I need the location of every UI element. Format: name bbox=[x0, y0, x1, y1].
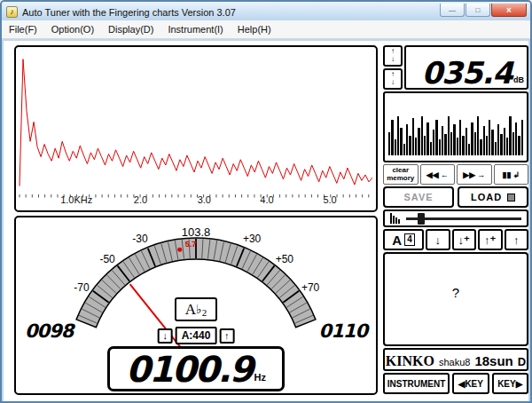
db-display: 035.4 dB bbox=[404, 45, 528, 90]
menu-help[interactable]: Help(H) bbox=[231, 21, 278, 37]
key-up-button[interactable]: KEY▶ bbox=[492, 373, 528, 394]
save-load-row: SAVE LOAD bbox=[383, 186, 528, 208]
load-label: LOAD bbox=[471, 192, 502, 202]
level-bar bbox=[474, 132, 476, 155]
svg-text:+50: +50 bbox=[276, 253, 294, 265]
level-bar bbox=[388, 132, 390, 155]
spectrum-axis-label: 2.0 bbox=[134, 194, 147, 205]
instrument-button[interactable]: INSTRUMENT bbox=[383, 373, 450, 394]
level-bar bbox=[433, 130, 434, 155]
level-bar bbox=[415, 138, 417, 155]
level-bar bbox=[515, 122, 517, 155]
level-bar bbox=[471, 122, 473, 155]
spectrum-axis-label: 1.0KHz bbox=[60, 194, 92, 205]
transport-controls: clear memory ◀◀ ← ▶▶ → ▮▮ ↲ bbox=[383, 164, 528, 185]
db-section: ↑ ↓ ↑ ↓ 035.4 dB bbox=[383, 45, 528, 90]
level-bar bbox=[486, 136, 488, 155]
level-bar bbox=[506, 138, 508, 155]
spectrum-panel: 1.0KHz 2.0 3.0 4.0 5.0 bbox=[14, 45, 378, 212]
peak-marker-label: 5.7 bbox=[185, 240, 197, 249]
menu-file[interactable]: File(F) bbox=[2, 21, 44, 37]
clear-memory-button[interactable]: clear memory bbox=[383, 164, 419, 185]
db-spinner-top[interactable]: ↑ ↓ bbox=[383, 45, 403, 67]
range-high-value: 0110 bbox=[319, 320, 367, 342]
key-down-button[interactable]: ◀KEY bbox=[452, 373, 489, 394]
save-button[interactable]: SAVE bbox=[383, 186, 454, 208]
note-select-button[interactable]: A 4 bbox=[383, 229, 424, 250]
slider-thumb[interactable] bbox=[418, 213, 425, 225]
clear-memory-label-2: memory bbox=[387, 175, 414, 182]
level-bar bbox=[512, 132, 514, 155]
svg-text:+30: +30 bbox=[243, 233, 262, 245]
load-button[interactable]: LOAD bbox=[458, 186, 528, 208]
level-bar bbox=[521, 120, 523, 155]
level-bar bbox=[435, 120, 437, 155]
instrument-info-row: KINKO shaku8 18sun D bbox=[383, 348, 528, 371]
level-bar bbox=[418, 128, 419, 155]
peak-marker-dot bbox=[177, 248, 182, 252]
left-arrow-icon: ← bbox=[441, 170, 449, 179]
level-bar bbox=[430, 142, 432, 155]
level-bar bbox=[518, 136, 520, 155]
target-frequency-label: 103.8 bbox=[182, 225, 211, 239]
level-bar bbox=[403, 144, 405, 155]
db-unit: dB bbox=[513, 75, 524, 84]
menu-option[interactable]: Option(O) bbox=[44, 21, 101, 37]
bottom-buttons-row: INSTRUMENT ◀KEY KEY▶ bbox=[383, 373, 528, 394]
slider-track[interactable] bbox=[406, 217, 521, 220]
flat-sign: ♭ bbox=[196, 302, 202, 317]
level-bars bbox=[388, 115, 523, 155]
instrument-key: D bbox=[518, 355, 526, 368]
level-bar bbox=[450, 132, 452, 155]
minimize-button[interactable]: — bbox=[440, 4, 465, 17]
level-bar bbox=[504, 128, 505, 155]
db-spinner-bottom[interactable]: ↑ ↓ bbox=[383, 68, 403, 90]
note-up-semitone-button[interactable]: ↑⁺ bbox=[478, 229, 503, 250]
note-letter: A bbox=[185, 301, 196, 319]
rewind-icon: ◀◀ bbox=[426, 170, 439, 179]
level-bar bbox=[448, 116, 450, 155]
close-button[interactable]: × bbox=[491, 4, 527, 17]
down-arrow-icon: ↓ bbox=[391, 79, 395, 87]
level-bar bbox=[453, 124, 455, 155]
forward-button[interactable]: ▶▶ → bbox=[457, 164, 492, 185]
svg-text:-30: -30 bbox=[132, 233, 148, 245]
level-bar bbox=[412, 118, 414, 155]
menu-instrument[interactable]: Instrument(I) bbox=[160, 21, 230, 37]
menu-display[interactable]: Display(D) bbox=[101, 21, 160, 37]
down-arrow-icon: ↓ bbox=[391, 56, 395, 64]
level-bar bbox=[480, 139, 481, 155]
level-bar bbox=[442, 126, 443, 155]
note-octave: 2 bbox=[202, 307, 207, 318]
level-bar bbox=[466, 128, 467, 155]
rewind-button[interactable]: ◀◀ ← bbox=[420, 164, 456, 185]
range-low-value: 0098 bbox=[25, 320, 73, 342]
spectrum-line bbox=[20, 59, 372, 186]
pause-button[interactable]: ▮▮ ↲ bbox=[494, 164, 529, 185]
level-bar bbox=[406, 124, 408, 155]
instrument-school: KINKO bbox=[386, 353, 434, 369]
db-spinners: ↑ ↓ ↑ ↓ bbox=[383, 45, 403, 90]
pitch-reference-row: ↓ A:440 ↑ bbox=[158, 327, 235, 344]
level-bar bbox=[500, 134, 502, 155]
level-history-panel bbox=[383, 91, 528, 162]
pitch-up-button[interactable]: ↑ bbox=[219, 328, 234, 344]
frequency-readout: 0100.9 Hz bbox=[107, 346, 285, 391]
pitch-down-button[interactable]: ↓ bbox=[158, 328, 173, 344]
spectrum-axis-label: 3.0 bbox=[198, 194, 211, 205]
pitch-reference-value: A:440 bbox=[176, 327, 217, 344]
note-down-semitone-button[interactable]: ↓⁺ bbox=[452, 229, 477, 250]
level-bars-icon bbox=[390, 213, 400, 224]
instrument-model: shaku8 bbox=[439, 357, 470, 367]
frequency-value: 0100.9 bbox=[126, 353, 252, 386]
maximize-button[interactable]: □ bbox=[466, 4, 490, 17]
note-down-button[interactable]: ↓ bbox=[426, 229, 450, 250]
fingering-chart-panel: ? bbox=[383, 252, 528, 346]
note-select-octave: 4 bbox=[404, 233, 415, 247]
window-title: Auto Tuner with the Fingering charts Ver… bbox=[22, 7, 439, 18]
fingering-placeholder: ? bbox=[452, 284, 459, 299]
app-icon: ♪ bbox=[6, 6, 18, 18]
level-bar bbox=[489, 120, 490, 155]
level-bar bbox=[497, 124, 499, 155]
note-up-button[interactable]: ↑ bbox=[505, 229, 529, 250]
